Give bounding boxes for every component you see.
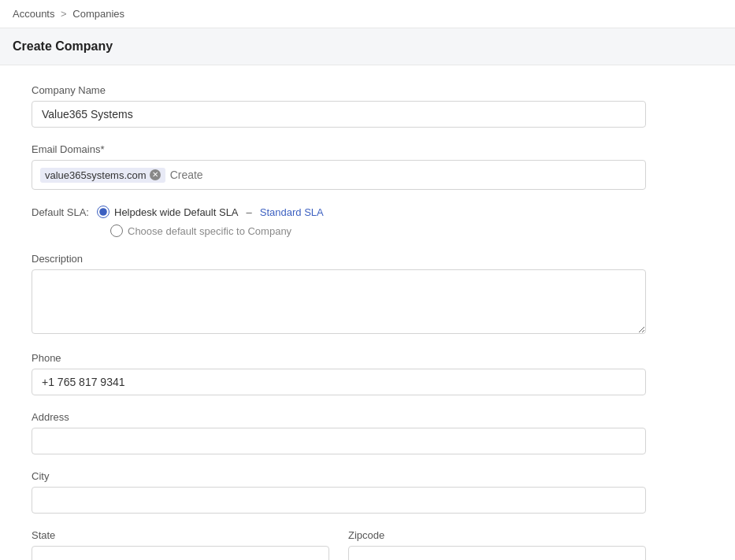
form-container: Company Name Email Domains* value365syst… — [0, 65, 677, 560]
standard-sla-link[interactable]: Standard SLA — [260, 206, 324, 218]
default-sla-label: Default SLA: — [32, 206, 89, 218]
breadcrumb-separator: > — [61, 8, 67, 20]
email-domain-tag: value365systems.com ✕ — [40, 168, 165, 183]
email-domains-group: Email Domains* value365systems.com ✕ — [32, 143, 646, 190]
description-group: Description — [32, 253, 646, 336]
state-label: State — [32, 529, 329, 541]
sla-radio-company-label: Choose default specific to Company — [128, 225, 291, 237]
description-input[interactable] — [32, 269, 646, 334]
state-input[interactable] — [32, 546, 329, 560]
page-header: Create Company — [0, 28, 735, 65]
sla-row-1: Default SLA: Helpdesk wide Default SLA –… — [32, 206, 646, 218]
email-domain-remove-button[interactable]: ✕ — [150, 169, 161, 180]
company-name-label: Company Name — [32, 84, 646, 96]
company-name-input[interactable] — [32, 101, 646, 128]
phone-group: Phone — [32, 352, 646, 395]
breadcrumb-companies: Companies — [72, 8, 124, 20]
email-domains-label: Email Domains* — [32, 143, 646, 155]
address-input[interactable] — [32, 428, 646, 454]
email-domain-tag-text: value365systems.com — [45, 169, 147, 181]
phone-label: Phone — [32, 352, 646, 364]
page-title: Create Company — [13, 39, 722, 54]
sla-radio-company[interactable] — [110, 224, 123, 237]
city-input[interactable] — [32, 487, 646, 514]
sla-radio-helpdesk[interactable] — [97, 206, 110, 218]
zipcode-input[interactable] — [348, 546, 646, 560]
breadcrumb: Accounts > Companies — [0, 0, 735, 28]
email-domains-input[interactable] — [170, 169, 637, 181]
sla-radio-option-1[interactable]: Helpdesk wide Default SLA — [97, 206, 239, 218]
state-group: State — [32, 529, 329, 560]
sla-radio-helpdesk-label: Helpdesk wide Default SLA — [114, 206, 239, 218]
sla-row-2[interactable]: Choose default specific to Company — [110, 224, 646, 237]
company-name-group: Company Name — [32, 84, 646, 128]
breadcrumb-accounts[interactable]: Accounts — [13, 8, 54, 20]
phone-input[interactable] — [32, 369, 646, 395]
description-label: Description — [32, 253, 646, 265]
city-group: City — [32, 470, 646, 514]
zipcode-group: Zipcode — [348, 529, 646, 560]
email-domains-field[interactable]: value365systems.com ✕ — [32, 160, 646, 190]
state-zipcode-row: State Zipcode — [32, 529, 646, 560]
sla-dash: – — [247, 206, 252, 218]
address-label: Address — [32, 411, 646, 423]
zipcode-label: Zipcode — [348, 529, 646, 541]
city-label: City — [32, 470, 646, 482]
default-sla-section: Default SLA: Helpdesk wide Default SLA –… — [32, 206, 646, 237]
address-group: Address — [32, 411, 646, 454]
